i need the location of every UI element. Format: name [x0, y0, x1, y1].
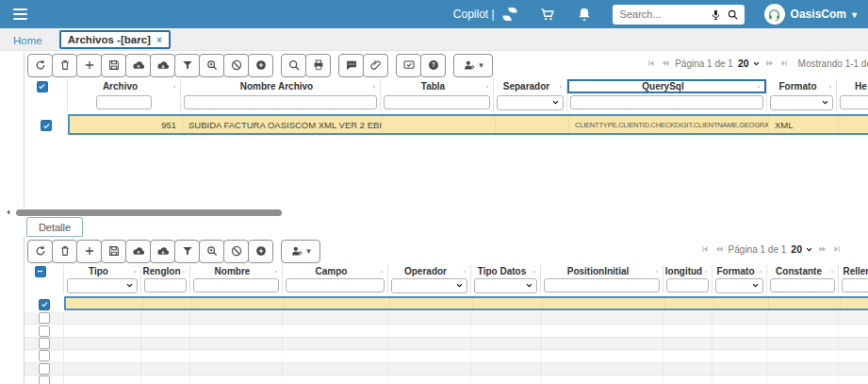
page-size-select[interactable]: 20: [738, 58, 761, 69]
refresh-button[interactable]: [27, 240, 53, 263]
tab-archivos[interactable]: Archivos -[barc] ×: [59, 30, 171, 49]
column-header-longitud[interactable]: longitud: [663, 265, 712, 277]
filter-button[interactable]: [174, 54, 200, 77]
filter-input-he[interactable]: [840, 95, 868, 109]
filter-input-relleno[interactable]: [842, 278, 868, 292]
table-row-empty[interactable]: [25, 363, 868, 376]
cloud-download-button[interactable]: [150, 240, 175, 263]
trash-button[interactable]: [52, 54, 77, 77]
zoom-in-button[interactable]: [199, 240, 224, 263]
close-tab-icon[interactable]: ×: [156, 35, 162, 45]
zoom-in-button[interactable]: [199, 54, 224, 77]
search-input[interactable]: [618, 8, 705, 21]
column-header-formato[interactable]: Formato: [767, 79, 836, 93]
last-page-button[interactable]: [832, 244, 842, 254]
column-header-archivo[interactable]: Archivo: [68, 79, 180, 93]
filter-select-separador[interactable]: [497, 95, 564, 110]
horizontal-scrollbar[interactable]: [5, 208, 868, 217]
checkbox[interactable]: [39, 376, 50, 384]
table-row-selected[interactable]: [25, 296, 868, 312]
column-header-nombre[interactable]: Nombre: [190, 265, 282, 277]
block-button[interactable]: [223, 240, 249, 263]
scrollbar-thumb[interactable]: [16, 209, 282, 216]
save-button[interactable]: [101, 240, 126, 263]
filter-input-querysql[interactable]: [570, 95, 763, 109]
column-header-tabla[interactable]: Tabla: [381, 79, 493, 93]
search-icon[interactable]: [727, 6, 739, 23]
attach-button[interactable]: [363, 54, 388, 77]
save-button[interactable]: [101, 54, 126, 77]
column-header-separador[interactable]: Separador: [494, 79, 566, 93]
first-page-button[interactable]: [700, 244, 710, 254]
previous-page-button[interactable]: [661, 58, 670, 68]
page-size-select[interactable]: 20: [791, 243, 813, 255]
filter-input-constante[interactable]: [770, 278, 835, 292]
first-page-button[interactable]: [647, 58, 656, 68]
cloud-upload-button[interactable]: [125, 54, 151, 77]
column-header-positioninitial[interactable]: PositionInitial: [541, 265, 663, 277]
checkbox[interactable]: [35, 266, 46, 277]
table-row-empty[interactable]: [25, 376, 868, 384]
filter-input-positioninitial[interactable]: [544, 278, 660, 292]
tab-home[interactable]: Home: [9, 32, 46, 50]
filter-input-renglon[interactable]: [144, 278, 187, 292]
plus-button[interactable]: [76, 54, 102, 77]
column-header-relleno[interactable]: Relleno: [839, 265, 868, 277]
filter-select-operador[interactable]: [391, 278, 467, 293]
column-header-operador[interactable]: Operador: [388, 265, 470, 277]
hamburger-menu-icon[interactable]: [11, 5, 29, 24]
checkbox[interactable]: [37, 81, 48, 92]
column-header-tipo-datos[interactable]: Tipo Datos: [471, 265, 540, 277]
checkbox[interactable]: [39, 326, 50, 337]
block-button[interactable]: [223, 54, 249, 77]
checkbox[interactable]: [39, 363, 50, 375]
monitor-check-button[interactable]: [396, 54, 421, 77]
column-header-querysql[interactable]: QuerySql: [567, 79, 766, 93]
checkbox[interactable]: [39, 299, 50, 310]
filter-input-longitud[interactable]: [666, 278, 709, 292]
previous-page-button[interactable]: [714, 244, 724, 254]
checkbox[interactable]: [39, 350, 50, 361]
plus-button[interactable]: [76, 240, 102, 263]
cloud-upload-button[interactable]: [125, 240, 151, 263]
filter-select-formato[interactable]: [715, 278, 763, 293]
filter-input-campo[interactable]: [286, 278, 385, 292]
copilot-link[interactable]: Copilot |: [453, 5, 519, 24]
column-header-formato[interactable]: Formato: [712, 265, 766, 277]
table-row-selected[interactable]: 951SUBIDA FACTURA OASISCOM XML VER 2 EBI…: [25, 114, 868, 137]
cart-icon[interactable]: [539, 6, 556, 23]
microphone-icon[interactable]: [710, 6, 722, 23]
tab-detalle[interactable]: Detalle: [26, 217, 83, 237]
print-button[interactable]: [305, 54, 331, 77]
table-row-empty[interactable]: [25, 350, 868, 362]
column-header-he[interactable]: He: [837, 79, 868, 93]
comment-button[interactable]: [338, 54, 364, 77]
scroll-left-icon[interactable]: [5, 209, 12, 216]
next-page-button[interactable]: [765, 58, 775, 68]
column-header-tipo[interactable]: Tipo: [64, 265, 140, 277]
column-header-renglon[interactable]: Renglon: [141, 265, 189, 277]
filter-input-nombre-archivo[interactable]: [184, 95, 377, 109]
filter-select-tipo[interactable]: [67, 278, 138, 293]
trash-button[interactable]: [52, 240, 77, 263]
add-circle-button[interactable]: [248, 240, 273, 263]
user-gear-button[interactable]: ▾: [453, 54, 493, 77]
refresh-button[interactable]: [27, 54, 53, 77]
user-menu[interactable]: OasisCom ▾: [764, 4, 857, 25]
table-row-empty[interactable]: [25, 338, 868, 350]
checkbox[interactable]: [39, 338, 50, 349]
cloud-download-button[interactable]: [150, 54, 175, 77]
help-button[interactable]: ?: [420, 54, 446, 77]
filter-select-formato[interactable]: [770, 95, 833, 110]
table-row-empty[interactable]: [25, 325, 868, 337]
filter-input-tabla[interactable]: [384, 95, 490, 109]
filter-input-archivo[interactable]: [96, 95, 152, 109]
user-gear-button[interactable]: ▾: [281, 240, 320, 263]
add-circle-button[interactable]: [248, 54, 273, 77]
filter-input-nombre[interactable]: [193, 278, 279, 292]
column-header-constante[interactable]: Constante: [767, 265, 838, 277]
bell-icon[interactable]: [576, 6, 593, 23]
column-header-campo[interactable]: Campo: [283, 265, 387, 277]
filter-button[interactable]: [174, 240, 200, 263]
search-button[interactable]: [281, 54, 306, 77]
